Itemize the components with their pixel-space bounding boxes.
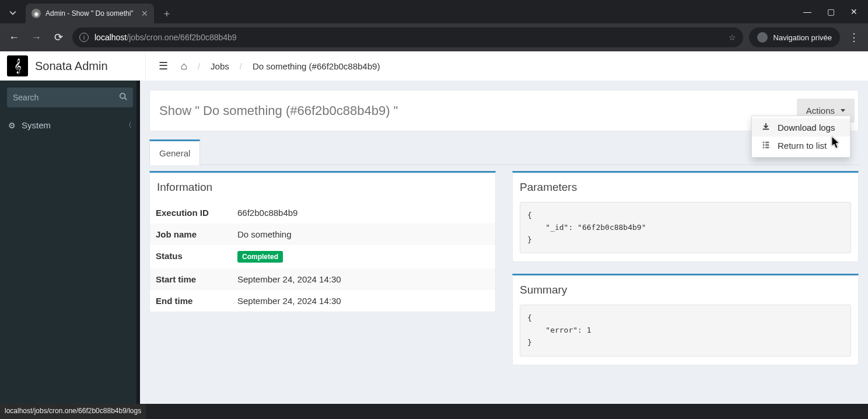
browser-status-bar: localhost/jobs/cron.one/66f2b0c88b4b9/lo… (0, 404, 146, 419)
site-info-icon[interactable]: i (79, 33, 89, 42)
row-value: Completed (237, 251, 283, 263)
search-icon[interactable] (119, 92, 127, 102)
status-badge: Completed (237, 251, 283, 263)
svg-point-0 (120, 93, 125, 99)
svg-rect-4 (765, 142, 769, 144)
reload-button[interactable]: ⟳ (50, 29, 66, 46)
sidebar-toggle-button[interactable]: ☰ (155, 60, 172, 72)
brand[interactable]: 𝄞 Sonata Admin (0, 51, 146, 81)
table-row: Execution ID 66f2b0c88b4b9 (150, 202, 495, 224)
row-key: End time (156, 296, 237, 306)
new-tab-button[interactable]: + (159, 6, 175, 22)
row-value: 66f2b0c88b4b9 (237, 208, 298, 218)
row-value: September 24, 2024 14:30 (237, 274, 341, 284)
sidebar-item-label: System (22, 120, 51, 130)
download-icon (761, 123, 771, 132)
table-row: Job name Do something (150, 224, 495, 245)
search-input[interactable] (7, 88, 133, 107)
gears-icon: ⚙ (8, 121, 16, 130)
breadcrumb-current: Do something (#66f2b0c88b4b9) (253, 61, 380, 71)
back-button[interactable]: ← (6, 29, 22, 46)
brand-logo-icon: 𝄞 (7, 55, 28, 76)
actions-dropdown: Download logs Return to list (751, 116, 850, 158)
svg-rect-7 (763, 147, 765, 149)
summary-code: { "error": 1 } (520, 305, 851, 356)
bookmark-icon[interactable]: ☆ (729, 33, 736, 42)
row-key: Status (156, 251, 237, 263)
breadcrumb-jobs[interactable]: Jobs (211, 61, 229, 71)
svg-line-1 (125, 98, 127, 100)
breadcrumb-separator: / (198, 61, 200, 71)
sidebar-item-system[interactable]: ⚙ System 〈 (0, 114, 140, 136)
tab-favicon: ◉ (32, 9, 41, 18)
window-maximize-button[interactable]: ▢ (820, 4, 841, 20)
information-panel: Information Execution ID 66f2b0c88b4b9 J… (149, 171, 496, 312)
panel-heading: Information (150, 173, 495, 202)
panel-heading: Parameters (513, 173, 858, 202)
breadcrumb-separator: / (240, 61, 242, 71)
row-value: September 24, 2024 14:30 (237, 296, 341, 306)
parameters-panel: Parameters { "_id": "66f2b0c88b4b9" } (512, 171, 859, 262)
page-title: Show " Do something (#66f2b0c88b4b9) " (159, 103, 398, 118)
browser-menu-button[interactable]: ⋮ (846, 31, 862, 44)
panel-heading: Summary (513, 275, 858, 305)
row-key: Execution ID (156, 208, 237, 218)
dropdown-item-label: Download logs (778, 123, 835, 132)
content-area: Show " Do something (#66f2b0c88b4b9) " A… (140, 81, 868, 404)
incognito-label: Navigation privée (774, 33, 832, 42)
breadcrumb: ⌂ / Jobs / Do something (#66f2b0c88b4b9) (181, 60, 380, 72)
parameters-code: { "_id": "66f2b0c88b4b9" } (520, 202, 851, 253)
incognito-badge[interactable]: Navigation privée (749, 27, 840, 47)
sidebar: ⚙ System 〈 (0, 81, 140, 404)
browser-tabbar: ◉ Admin - Show " Do somethi" ✕ + (0, 0, 868, 23)
brand-text: Sonata Admin (35, 60, 108, 73)
app-topbar: 𝄞 Sonata Admin ☰ ⌂ / Jobs / Do something… (0, 51, 868, 81)
incognito-icon (757, 32, 768, 43)
list-icon (761, 141, 771, 151)
url-text: localhost/jobs/cron.one/66f2b0c88b4b9 (94, 33, 237, 42)
chevron-left-icon: 〈 (125, 120, 132, 130)
svg-rect-6 (765, 144, 769, 146)
sidebar-search (7, 88, 133, 107)
browser-tab[interactable]: ◉ Admin - Show " Do somethi" ✕ (26, 4, 154, 23)
tab-search-button[interactable] (5, 5, 21, 21)
row-key: Job name (156, 229, 237, 239)
caret-down-icon (841, 109, 845, 112)
dropdown-download-logs[interactable]: Download logs (752, 118, 850, 137)
table-row: Status Completed (150, 245, 495, 268)
dropdown-item-label: Return to list (778, 141, 827, 151)
home-icon[interactable]: ⌂ (181, 60, 187, 72)
svg-rect-8 (765, 147, 769, 149)
tab-general[interactable]: General (149, 139, 200, 165)
row-value: Do something (237, 229, 292, 239)
dropdown-return-to-list[interactable]: Return to list (752, 137, 850, 155)
actions-label: Actions (806, 106, 835, 116)
tab-close-button[interactable]: ✕ (141, 9, 148, 18)
svg-rect-5 (763, 144, 765, 146)
forward-button[interactable]: → (28, 29, 44, 46)
svg-rect-3 (763, 142, 765, 144)
svg-rect-2 (763, 129, 769, 130)
window-close-button[interactable]: ✕ (844, 4, 864, 20)
browser-toolbar: ← → ⟳ i localhost/jobs/cron.one/66f2b0c8… (0, 23, 868, 51)
summary-panel: Summary { "error": 1 } (512, 274, 859, 365)
tab-title: Admin - Show " Do somethi" (46, 9, 134, 18)
address-bar[interactable]: i localhost/jobs/cron.one/66f2b0c88b4b9 … (72, 27, 743, 47)
window-minimize-button[interactable]: — (797, 4, 818, 20)
table-row: Start time September 24, 2024 14:30 (150, 268, 495, 290)
row-key: Start time (156, 274, 237, 284)
table-row: End time September 24, 2024 14:30 (150, 290, 495, 312)
